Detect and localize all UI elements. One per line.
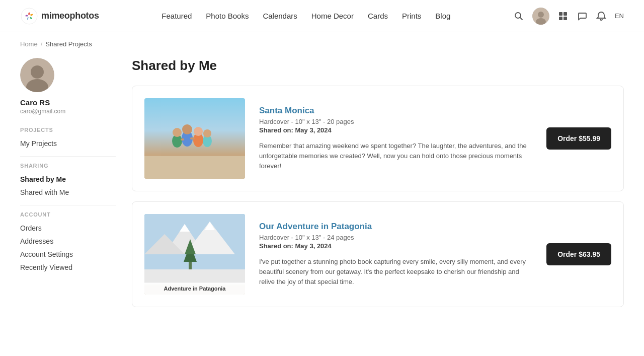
grid-icon[interactable] (557, 11, 569, 22)
notification-icon[interactable] (596, 11, 607, 22)
chat-icon[interactable] (577, 11, 588, 22)
sidebar-item-recently-viewed[interactable]: Recently Viewed (20, 261, 116, 274)
nav-cards[interactable]: Cards (368, 12, 388, 20)
nav-photo-books[interactable]: Photo Books (206, 12, 249, 20)
user-avatar[interactable] (532, 8, 549, 25)
order-button-patagonia[interactable]: Order $63.95 (546, 243, 611, 265)
logo-text: mimeophotos (41, 11, 99, 21)
breadcrumb-separator: / (41, 40, 43, 48)
sidebar-section-sharing: SHARING (20, 163, 116, 169)
sidebar-item-orders[interactable]: Orders (20, 222, 116, 235)
project-thumbnail-santa-monica (144, 98, 245, 179)
svg-point-16 (173, 128, 182, 137)
svg-point-1 (28, 15, 31, 18)
nav-calendars[interactable]: Calendars (263, 12, 297, 20)
svg-rect-9 (559, 17, 562, 20)
breadcrumb: Home / Shared Projects (0, 32, 644, 48)
project-info-patagonia: Our Adventure in Patagonia Hardcover - 1… (259, 222, 532, 287)
sidebar-section-account: ACCOUNT (20, 211, 116, 218)
project-card-santa-monica: Santa Monica Hardcover - 10" x 13" - 20 … (132, 86, 624, 191)
sidebar-item-account-settings[interactable]: Account Settings (20, 248, 116, 261)
svg-line-3 (520, 17, 522, 20)
patagonia-thumbnail-label: Adventure in Patagonia (144, 282, 245, 295)
project-title-patagonia[interactable]: Our Adventure in Patagonia (259, 222, 532, 232)
main-layout: Caro RS caro@gmail.com PROJECTS My Proje… (0, 48, 644, 327)
sidebar-divider-1 (20, 156, 116, 157)
svg-point-5 (538, 12, 544, 18)
nav-home-decor[interactable]: Home Decor (311, 12, 354, 20)
header: mimeophotos Featured Photo Books Calenda… (0, 0, 644, 32)
sidebar-item-addresses[interactable]: Addresses (20, 235, 116, 248)
breadcrumb-home[interactable]: Home (20, 40, 38, 48)
page-title: Shared by Me (132, 58, 624, 74)
project-desc-santa-monica: Remember that amazing weekend we spent t… (259, 141, 532, 171)
breadcrumb-current: Shared Projects (45, 40, 92, 48)
sidebar-section-projects: PROJECTS (20, 127, 116, 133)
project-desc-patagonia: I've put together a stunning photo book … (259, 257, 532, 287)
sidebar: Caro RS caro@gmail.com PROJECTS My Proje… (20, 58, 116, 317)
sidebar-item-shared-with-me[interactable]: Shared with Me (20, 186, 116, 199)
language-button[interactable]: EN (615, 12, 624, 20)
project-meta-santa-monica: Hardcover - 10" x 13" - 20 pages (259, 118, 532, 125)
project-shared-santa-monica: Shared on: May 3, 2024 (259, 126, 532, 134)
project-card-patagonia: Adventure in Patagonia Our Adventure in … (132, 201, 624, 307)
main-content: Shared by Me (132, 58, 624, 317)
main-nav: Featured Photo Books Calendars Home Deco… (162, 12, 450, 20)
logo-icon (20, 7, 38, 25)
logo[interactable]: mimeophotos (20, 7, 99, 25)
project-thumbnail-patagonia: Adventure in Patagonia (144, 214, 245, 295)
project-meta-patagonia: Hardcover - 10" x 13" - 24 pages (259, 234, 532, 241)
svg-rect-14 (144, 156, 245, 179)
project-title-santa-monica[interactable]: Santa Monica (259, 106, 532, 116)
sidebar-user-email: caro@gmail.com (20, 108, 116, 115)
svg-point-18 (182, 124, 192, 134)
project-info-santa-monica: Santa Monica Hardcover - 10" x 13" - 20 … (259, 106, 532, 171)
search-icon[interactable] (513, 11, 524, 22)
header-actions: EN (513, 8, 624, 25)
sidebar-item-my-projects[interactable]: My Projects (20, 137, 116, 150)
svg-rect-8 (564, 12, 567, 16)
nav-prints[interactable]: Prints (402, 12, 421, 20)
sidebar-avatar[interactable] (20, 58, 54, 92)
svg-point-12 (31, 65, 44, 79)
order-button-santa-monica[interactable]: Order $55.99 (546, 127, 611, 150)
nav-blog[interactable]: Blog (435, 12, 450, 20)
project-shared-patagonia: Shared on: May 3, 2024 (259, 242, 532, 250)
svg-rect-7 (559, 12, 562, 16)
sidebar-user-name: Caro RS (20, 98, 116, 107)
svg-point-20 (194, 127, 203, 136)
svg-rect-10 (564, 17, 567, 20)
svg-point-22 (203, 129, 211, 137)
sidebar-divider-2 (20, 205, 116, 205)
sidebar-item-shared-by-me[interactable]: Shared by Me (20, 173, 116, 186)
nav-featured[interactable]: Featured (162, 12, 192, 20)
